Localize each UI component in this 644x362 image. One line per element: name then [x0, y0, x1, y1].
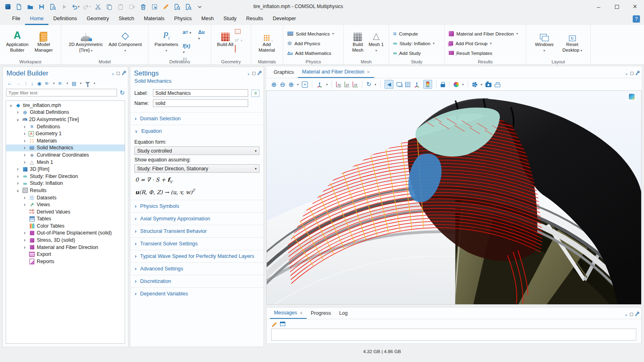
tree-expander-icon[interactable] — [22, 159, 27, 165]
menu-tab-study[interactable]: Study — [219, 13, 241, 25]
minimize-button[interactable] — [590, 0, 608, 13]
clear-log-icon[interactable] — [272, 323, 276, 327]
build-mesh-button[interactable]: Build Mesh — [348, 26, 368, 53]
remove-details-icon[interactable] — [235, 45, 236, 52]
find-and-replace-icon[interactable] — [183, 2, 194, 12]
pin-icon[interactable] — [122, 72, 125, 75]
chevron-down-icon[interactable] — [374, 83, 376, 86]
tree-expander-icon[interactable] — [22, 237, 27, 243]
add-mathematics-button[interactable]: Add Mathematics — [287, 49, 334, 57]
tab-log[interactable]: Log — [335, 308, 351, 319]
label-field[interactable] — [153, 89, 248, 97]
pin-icon[interactable] — [636, 72, 639, 75]
environment-reflections-icon[interactable] — [472, 82, 477, 87]
color-theme-icon[interactable] — [454, 82, 459, 87]
chevron-down-icon[interactable] — [462, 83, 464, 86]
settings-section-header[interactable]: Structural Transient Behavior — [130, 225, 263, 236]
functions-button[interactable]: f(x) — [183, 43, 193, 54]
zoom-in-icon[interactable] — [271, 80, 276, 88]
axis-orientation-icon[interactable] — [414, 81, 420, 88]
tree-expander-icon[interactable] — [22, 124, 27, 130]
parameters-button[interactable]: Parameters — [153, 26, 180, 53]
compute-button[interactable]: Compute — [393, 29, 435, 38]
zoom-extents-icon[interactable] — [302, 82, 308, 88]
tree-item[interactable]: Export — [6, 251, 125, 258]
chevron-down-icon[interactable] — [67, 82, 68, 85]
tree-expander-icon[interactable] — [22, 145, 27, 151]
new-file-icon[interactable] — [14, 2, 24, 12]
default-3d-view-icon[interactable] — [316, 81, 323, 88]
print-icon[interactable] — [495, 84, 500, 87]
clear-selection-icon[interactable] — [161, 2, 171, 12]
tree-item[interactable]: Mesh 1 — [6, 159, 125, 166]
add-study-button[interactable]: Add Study — [393, 49, 435, 57]
rotate-icon[interactable] — [366, 80, 372, 88]
float-panel-icon[interactable] — [117, 72, 120, 75]
tree-item[interactable]: Definitions — [6, 123, 125, 130]
graphics-viewport[interactable] — [266, 90, 642, 305]
close-icon[interactable] — [299, 310, 303, 316]
rename-icon[interactable] — [251, 90, 259, 97]
application-builder-button[interactable]: Application Builder — [4, 26, 31, 53]
delete-icon[interactable] — [138, 2, 148, 12]
menu-tab-definitions[interactable]: Definitions — [48, 13, 82, 25]
settings-section-header[interactable]: Discretization — [130, 275, 263, 287]
settings-section-header[interactable]: Transient Solver Settings — [130, 237, 263, 249]
tree-item[interactable]: Geometry 1 — [6, 130, 125, 137]
settings-section-header[interactable]: Equation — [130, 125, 263, 136]
tab-graphics[interactable]: Graphics — [270, 67, 298, 78]
mesh-1-button[interactable]: Mesh 1 — [368, 26, 385, 53]
save-as-icon[interactable] — [48, 2, 58, 12]
scene-light-icon[interactable] — [385, 80, 393, 89]
nonlocal-couplings-button[interactable]: Δu — [198, 29, 207, 41]
tab-progress[interactable]: Progress — [307, 308, 335, 319]
tree-item[interactable]: Solid Mechanics — [6, 144, 125, 152]
zoom-out-icon[interactable] — [280, 80, 285, 88]
tab-messages[interactable]: Messages — [270, 308, 307, 319]
float-panel-icon[interactable] — [630, 72, 634, 75]
tree-expander-icon[interactable] — [15, 117, 20, 122]
tree-item[interactable]: Views — [6, 201, 125, 208]
menu-tab-physics[interactable]: Physics — [169, 13, 197, 25]
maximize-button[interactable] — [608, 0, 626, 13]
axisymmetric-tire-button[interactable]: 2D Axisymmetric [Tire] — [67, 26, 105, 53]
result-templates-button[interactable]: Result Templates — [449, 49, 518, 57]
menu-tab-developer[interactable]: Developer — [268, 13, 301, 25]
build-all-button[interactable]: Build All — [215, 26, 235, 48]
tree-item[interactable]: tire_inflation.mph — [6, 102, 125, 109]
image-snapshot-icon[interactable] — [485, 83, 491, 87]
chevron-down-icon[interactable] — [297, 83, 299, 86]
open-in-window-icon[interactable] — [280, 322, 285, 326]
chevron-down-icon[interactable] — [326, 83, 328, 86]
chevron-down-icon[interactable] — [80, 82, 82, 85]
close-icon[interactable] — [367, 69, 370, 75]
view-lock-icon[interactable] — [441, 84, 445, 87]
study-inflation-button[interactable]: Study: Inflation — [393, 39, 435, 47]
menu-tab-results[interactable]: Results — [241, 13, 268, 25]
close-button[interactable] — [626, 0, 644, 13]
tree-item[interactable]: Results — [6, 187, 125, 194]
cut-icon[interactable] — [93, 2, 103, 12]
undo-icon[interactable] — [70, 2, 81, 12]
chevron-down-icon[interactable] — [53, 82, 55, 85]
pin-icon[interactable] — [257, 72, 261, 75]
filter-icon[interactable] — [85, 82, 90, 85]
filter-input[interactable] — [6, 89, 117, 96]
variables-button[interactable]: a= — [183, 29, 193, 41]
settings-section-header[interactable]: Dependent Variables — [130, 287, 263, 299]
customize-toolbar-icon[interactable] — [194, 2, 205, 12]
view-xz-icon[interactable]: xz — [353, 82, 358, 87]
view-xy-icon[interactable]: xy — [336, 82, 341, 87]
tree-item[interactable]: Global Definitions — [6, 109, 125, 116]
settings-section-header[interactable]: Typical Wave Speed for Perfectly Matched… — [130, 250, 263, 262]
find-icon[interactable] — [172, 2, 182, 12]
tree-expander-icon[interactable] — [22, 195, 27, 201]
tree-expander-icon[interactable] — [15, 109, 20, 115]
pin-icon[interactable] — [635, 313, 638, 316]
select-box-icon[interactable] — [149, 2, 160, 12]
settings-section-header[interactable]: Advanced Settings — [130, 262, 263, 274]
chevron-down-icon[interactable] — [94, 82, 95, 85]
transparency-icon[interactable] — [397, 82, 402, 86]
color-legend-icon[interactable] — [423, 80, 432, 89]
tree-item[interactable]: Out-of-Plane Displacement (solid) — [6, 230, 125, 237]
